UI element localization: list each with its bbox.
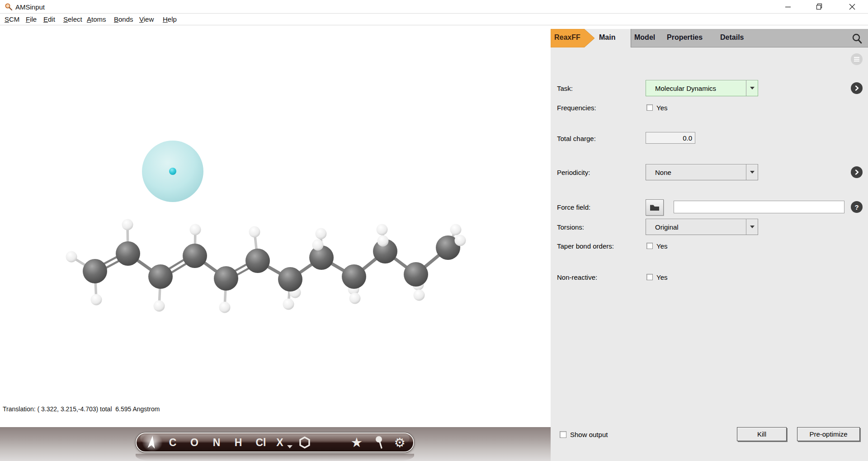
element-button-O[interactable]: O — [190, 437, 198, 449]
menu-select[interactable]: Select — [63, 15, 82, 23]
periodicity-dropdown[interactable]: None — [646, 164, 758, 180]
frequencies-label: Frequencies: — [557, 104, 596, 112]
atom-H[interactable] — [91, 294, 102, 306]
show-output-label[interactable]: Show output — [570, 431, 608, 438]
menu-scm[interactable]: SCM — [5, 15, 19, 23]
atom-C[interactable] — [183, 244, 207, 268]
restore-button[interactable] — [809, 0, 830, 13]
atom-H[interactable] — [283, 299, 294, 310]
atom-C[interactable] — [214, 266, 238, 291]
atom-H[interactable] — [316, 228, 327, 240]
periodicity-value: None — [646, 169, 746, 176]
ring-tool-icon[interactable] — [298, 436, 311, 449]
translation-status: Translation: ( 3.322, 3.215,-4.703) tota… — [3, 405, 160, 413]
torsions-dropdown[interactable]: Original — [646, 219, 758, 235]
taper-bond-orders-option[interactable]: Yes — [656, 242, 667, 250]
tab-model[interactable]: Model — [634, 33, 655, 42]
panel-menu-icon[interactable] — [851, 53, 863, 65]
atom-C[interactable] — [404, 262, 428, 287]
atom-H[interactable] — [414, 290, 425, 301]
task-label: Task: — [557, 85, 573, 92]
torsions-label: Torsions: — [557, 223, 584, 231]
force-field-input[interactable] — [674, 201, 844, 213]
frequencies-checkbox[interactable] — [646, 104, 653, 111]
non-reactive-option[interactable]: Yes — [656, 273, 667, 281]
molecule-viewport[interactable]: Translation: ( 3.322, 3.215,-4.703) tota… — [0, 25, 551, 427]
search-icon[interactable] — [851, 33, 863, 44]
force-field-help-button[interactable]: ? — [851, 201, 863, 213]
element-button-N[interactable]: N — [213, 437, 221, 449]
atom-H[interactable] — [377, 224, 388, 235]
reaxff-panel: ReaxFF Main Model Properties Details Tas… — [551, 25, 868, 461]
atom-H[interactable] — [154, 301, 165, 312]
star-icon[interactable]: ★ — [351, 436, 362, 450]
menu-atoms[interactable]: Atoms — [87, 15, 106, 23]
inactive-tab-area — [631, 29, 868, 47]
frequencies-option[interactable]: Yes — [656, 104, 667, 112]
task-details-chevron-button[interactable] — [851, 82, 863, 94]
pre-optimize-button[interactable]: Pre-optimize — [797, 427, 860, 441]
restore-icon — [816, 3, 823, 10]
atom-C[interactable] — [116, 241, 140, 266]
atom-C[interactable] — [342, 264, 366, 289]
app-magnifier-icon — [5, 3, 13, 11]
kill-button[interactable]: Kill — [737, 427, 787, 441]
atom-C[interactable] — [245, 249, 270, 273]
atom-H[interactable] — [249, 226, 260, 238]
show-output-checkbox[interactable] — [560, 431, 566, 438]
torsions-dropdown-arrow-icon[interactable] — [746, 219, 758, 235]
element-toolbar: C O N H Cl X ★ ⚙ — [136, 433, 414, 452]
element-dropdown-arrow-icon[interactable] — [287, 445, 292, 448]
element-button-H[interactable]: H — [235, 437, 242, 449]
element-button-Cl[interactable]: Cl — [256, 437, 266, 449]
atom-C[interactable] — [83, 259, 107, 283]
task-dropdown-arrow-icon[interactable] — [746, 80, 758, 96]
pointer-tool-icon[interactable] — [147, 435, 158, 450]
tab-details[interactable]: Details — [720, 33, 744, 42]
task-dropdown[interactable]: Molecular Dynamics — [646, 80, 758, 96]
tab-main[interactable]: Main — [599, 33, 615, 42]
atom-H[interactable] — [219, 302, 231, 313]
minimize-button[interactable] — [778, 0, 798, 13]
periodicity-details-chevron-button[interactable] — [851, 166, 863, 178]
taper-bond-orders-label: Taper bond orders: — [557, 242, 614, 250]
atom-H[interactable] — [122, 219, 133, 230]
atom-H[interactable] — [190, 224, 201, 235]
atom-H[interactable] — [377, 235, 389, 247]
total-charge-label: Total charge: — [557, 135, 596, 142]
element-button-X[interactable]: X — [276, 437, 283, 449]
chevron-right-icon — [854, 169, 860, 175]
menu-edit[interactable]: Edit — [43, 15, 55, 23]
force-field-browse-button[interactable] — [646, 199, 664, 216]
periodicity-dropdown-arrow-icon[interactable] — [746, 165, 758, 180]
non-reactive-label: Non-reactive: — [557, 273, 597, 281]
gear-icon[interactable]: ⚙ — [394, 435, 405, 450]
title-bar: AMSinput — [0, 0, 868, 14]
tab-properties[interactable]: Properties — [667, 33, 703, 42]
element-button-C[interactable]: C — [169, 437, 177, 449]
atom-H[interactable] — [450, 224, 462, 235]
menu-bonds[interactable]: Bonds — [114, 15, 133, 23]
balloon-icon[interactable] — [374, 436, 384, 449]
atom-H[interactable] — [312, 240, 324, 251]
atom-H[interactable] — [349, 293, 361, 304]
menu-help[interactable]: Help — [163, 15, 177, 23]
atom-C[interactable] — [278, 267, 302, 292]
atom-H[interactable] — [455, 235, 466, 246]
total-charge-input[interactable] — [646, 132, 695, 144]
menu-file[interactable]: File — [26, 15, 37, 23]
atom-C[interactable] — [148, 264, 173, 289]
non-reactive-checkbox[interactable] — [646, 274, 653, 280]
folder-icon — [650, 204, 660, 212]
question-mark-icon: ? — [854, 203, 859, 211]
tab-reaxff-label[interactable]: ReaxFF — [554, 33, 580, 42]
probe-atom[interactable] — [169, 168, 176, 175]
panel-tab-strip: ReaxFF Main Model Properties Details — [551, 29, 868, 47]
menu-bar: SCM File Edit Select Atoms Bonds View He… — [0, 14, 868, 25]
menu-view[interactable]: View — [139, 15, 154, 23]
toolbar-gloss — [140, 434, 410, 443]
atom-H[interactable] — [66, 251, 77, 263]
taper-bond-orders-checkbox[interactable] — [646, 243, 653, 249]
window-title: AMSinput — [15, 3, 45, 11]
close-button[interactable] — [842, 0, 863, 13]
